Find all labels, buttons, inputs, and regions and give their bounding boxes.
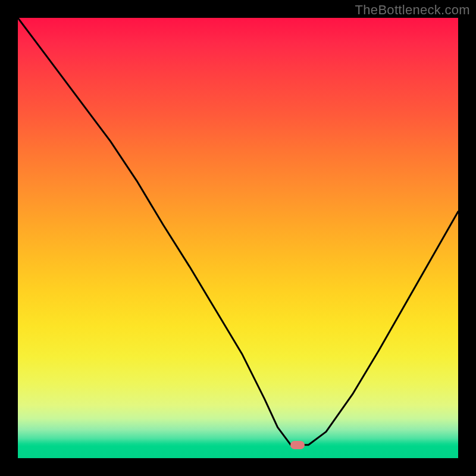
bottleneck-curve-path (18, 18, 458, 445)
bottleneck-marker (290, 441, 305, 449)
chart-frame: TheBottleneck.com (0, 0, 476, 476)
watermark-label: TheBottleneck.com (355, 2, 470, 18)
curve-svg (18, 18, 458, 458)
plot-area (18, 18, 458, 458)
